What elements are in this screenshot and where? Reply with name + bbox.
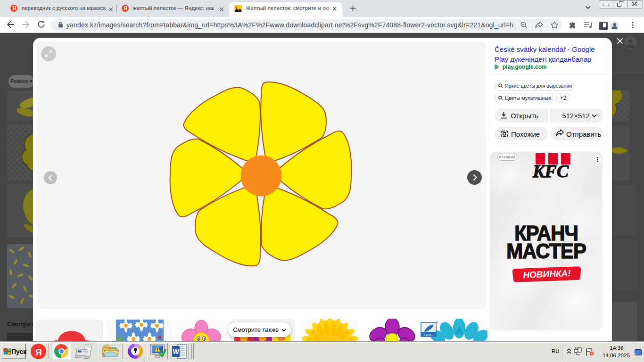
- svg-text:W: W: [173, 348, 179, 355]
- svg-text:UOC: UOC: [424, 333, 433, 337]
